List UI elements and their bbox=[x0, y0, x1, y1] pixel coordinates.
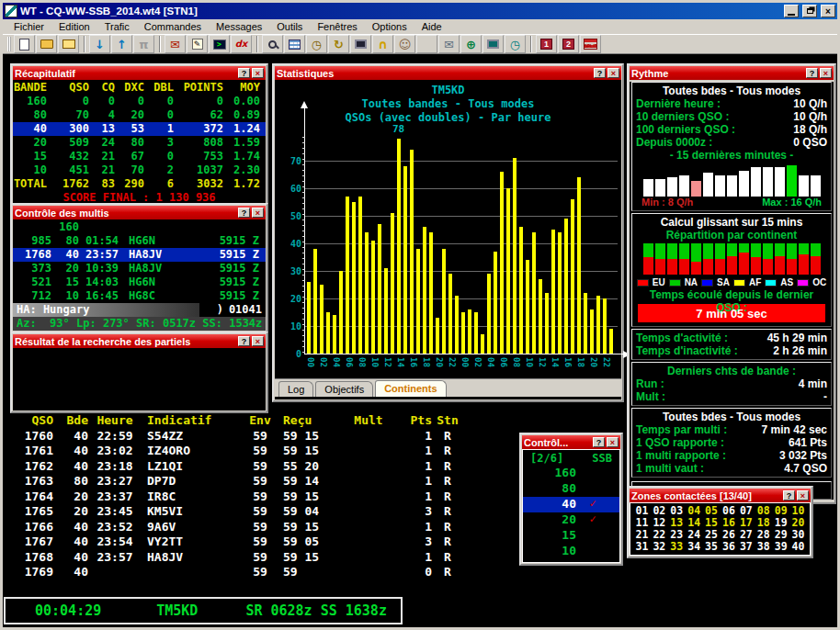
export-icon[interactable]: ↑ bbox=[111, 35, 132, 53]
close-icon[interactable]: × bbox=[252, 68, 264, 78]
log-row[interactable]: 17614023:02IZ4ORO5959 151R bbox=[6, 444, 518, 459]
menu-trafic[interactable]: Trafic bbox=[97, 20, 137, 33]
clock-window-icon[interactable]: ◷ bbox=[505, 35, 526, 53]
close-icon[interactable]: × bbox=[252, 208, 264, 218]
sync-icon[interactable]: ↻ bbox=[328, 35, 349, 53]
menu-fenetres[interactable]: Fenêtres bbox=[310, 20, 364, 33]
close-icon[interactable]: × bbox=[607, 68, 619, 78]
log-row[interactable]: 17664023:529A6V5959 151R bbox=[6, 520, 518, 535]
mail-icon[interactable]: ✉ bbox=[165, 35, 186, 53]
log-row[interactable]: 17652023:45KM5VI5959 043R bbox=[6, 504, 518, 520]
recap-row[interactable]: 104512170210372.30 bbox=[13, 163, 266, 177]
x-slot bbox=[377, 354, 383, 378]
close-icon[interactable]: × bbox=[820, 68, 832, 78]
help-icon[interactable]: ? bbox=[593, 437, 605, 447]
help-icon[interactable]: ? bbox=[806, 68, 818, 78]
menu-aide[interactable]: Aide bbox=[414, 20, 449, 33]
multi-row[interactable]: 9858001:54HG6N5915 Z bbox=[13, 234, 266, 248]
menu-messages[interactable]: Messages bbox=[209, 20, 269, 33]
continent-bar bbox=[667, 243, 677, 275]
import-icon[interactable]: ↓ bbox=[89, 35, 110, 53]
help-icon[interactable]: ? bbox=[594, 68, 606, 78]
close-button[interactable]: × bbox=[821, 5, 835, 17]
menu-edition[interactable]: Edition bbox=[51, 20, 97, 33]
menu-commandes[interactable]: Commandes bbox=[137, 20, 209, 33]
menu-outils[interactable]: Outils bbox=[269, 20, 310, 33]
folder-icon[interactable] bbox=[58, 35, 79, 53]
help-icon[interactable]: ? bbox=[238, 68, 250, 78]
window-titlebar[interactable]: WT - CQ-WW-SSB_2014.wt4 [STN1] × bbox=[3, 3, 837, 19]
partial-search-icon[interactable] bbox=[262, 35, 283, 53]
check-multipliers-icon[interactable] bbox=[284, 35, 305, 53]
multi-row[interactable]: 3732010:39HA8JV5915 Z bbox=[13, 262, 266, 276]
world-map-icon[interactable]: ⊕ bbox=[460, 35, 482, 53]
radio2-icon[interactable]: 2 bbox=[558, 35, 579, 53]
new-log-icon[interactable] bbox=[14, 35, 35, 53]
close-icon[interactable]: × bbox=[252, 336, 264, 346]
close-icon[interactable]: × bbox=[797, 490, 809, 501]
open-log-icon[interactable] bbox=[36, 35, 57, 53]
menu-options[interactable]: Options bbox=[365, 20, 414, 33]
dx-cluster-icon[interactable]: > bbox=[209, 35, 230, 53]
recap-row[interactable]: 15432216707531.74 bbox=[13, 150, 266, 163]
partials-titlebar[interactable]: Résultat de la recherche des partiels ? … bbox=[13, 334, 266, 348]
screen-icon[interactable] bbox=[482, 35, 504, 53]
recap-row[interactable]: 80704200620.89 bbox=[13, 108, 266, 122]
multi-row[interactable]: 5211514:03HG6N5915 Z bbox=[13, 276, 266, 289]
operator-icon[interactable]: ☺ bbox=[394, 35, 415, 53]
tab-log[interactable]: Log bbox=[278, 381, 313, 397]
stats-titlebar[interactable]: Statistiques ? × bbox=[275, 66, 621, 80]
log-row[interactable]: 17694059590R bbox=[6, 565, 518, 580]
multi-row[interactable]: 7121016:45HG8C5915 Z bbox=[13, 289, 266, 303]
recap-row[interactable]: 160000000.00 bbox=[13, 95, 266, 108]
recap-row[interactable]: TOTAL176283290630321.72 bbox=[13, 177, 266, 191]
band-row-80[interactable]: 80 bbox=[523, 481, 619, 497]
split-icon[interactable]: SPLIT bbox=[580, 35, 601, 53]
close-icon[interactable]: × bbox=[607, 437, 619, 447]
help-icon[interactable]: ? bbox=[238, 336, 250, 346]
band-row-40[interactable]: 40✓ bbox=[523, 497, 619, 512]
radio1-icon[interactable]: 1 bbox=[536, 35, 557, 53]
log-row[interactable]: 17604022:59S54ZZ5959 151R bbox=[6, 429, 518, 444]
multi-row[interactable]: 17684023:57HA8JV5915 Z bbox=[13, 248, 266, 262]
log-row[interactable]: 17638023:27DP7D5959 141R bbox=[6, 474, 518, 489]
tab-objectifs[interactable]: Objectifs bbox=[315, 381, 373, 397]
alarm-icon[interactable]: ∩ bbox=[372, 35, 393, 53]
multi-row[interactable]: 160 bbox=[13, 220, 266, 234]
band-row-20[interactable]: 20✓ bbox=[523, 512, 619, 528]
workbench-icon[interactable]: π bbox=[133, 35, 154, 53]
help-icon[interactable]: ? bbox=[238, 208, 250, 218]
log-row[interactable]: 17642023:37IR8C5959 151R bbox=[6, 489, 518, 505]
recap-row[interactable]: 20509248038081.59 bbox=[13, 136, 266, 150]
log-row[interactable]: 17684023:57HA8JV5959 151R bbox=[6, 550, 518, 566]
recap-row[interactable]: 40300135313721.24 bbox=[13, 122, 266, 136]
mail-window-icon[interactable]: ✉ bbox=[438, 35, 460, 53]
band-row-15[interactable]: 15 bbox=[523, 528, 619, 544]
dx-spot-icon[interactable]: dx bbox=[231, 35, 252, 53]
tab-continents[interactable]: Continents bbox=[375, 380, 446, 397]
band-change-stat-value: 4 min bbox=[799, 377, 827, 390]
qso-bar bbox=[590, 309, 594, 354]
toolbar-grip[interactable] bbox=[7, 37, 11, 51]
log-row[interactable]: 17624023:18LZ1QI5955 201R bbox=[6, 459, 518, 475]
band-control-titlebar[interactable]: Contrôl... ? × bbox=[522, 435, 620, 449]
restore-button[interactable] bbox=[802, 5, 817, 17]
notes-icon[interactable]: ✎ bbox=[187, 35, 208, 53]
rate-titlebar[interactable]: Rythme ? × bbox=[630, 66, 834, 80]
check-time-icon[interactable]: ◷ bbox=[306, 35, 327, 53]
qso-bar bbox=[416, 249, 420, 354]
help-icon[interactable]: ? bbox=[783, 490, 795, 501]
log-row[interactable]: 17674023:54VY2TT5959 053R bbox=[6, 534, 518, 550]
menu-fichier[interactable]: Fichier bbox=[6, 20, 51, 33]
minimize-button[interactable] bbox=[784, 5, 799, 17]
band-row-160[interactable]: 160 bbox=[523, 466, 619, 481]
continent-bar bbox=[703, 243, 713, 275]
network-monitor-icon[interactable] bbox=[350, 35, 371, 53]
multi-stats-section: Toutes bdes - Tous modes Temps par multi… bbox=[631, 408, 832, 478]
multis-titlebar[interactable]: Contrôle des multis ? × bbox=[13, 206, 266, 219]
recap-titlebar[interactable]: Récapitulatif ? × bbox=[13, 66, 266, 80]
af-label: AF bbox=[749, 277, 761, 287]
statistics-icon[interactable] bbox=[416, 35, 437, 53]
band-row-10[interactable]: 10 bbox=[523, 544, 619, 559]
zones-titlebar[interactable]: Zones contactées [13/40] ? × bbox=[630, 489, 811, 502]
